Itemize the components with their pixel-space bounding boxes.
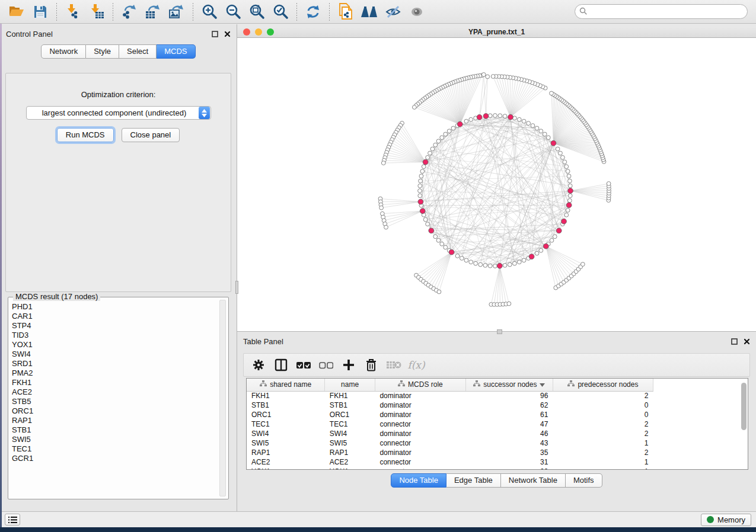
mcds-result-item[interactable]: FKH1: [12, 378, 219, 387]
table-cell[interactable]: connector: [375, 419, 465, 429]
graph-node[interactable]: [498, 114, 502, 118]
open-folder-icon[interactable]: [5, 2, 28, 22]
export-table-icon[interactable]: [141, 2, 165, 22]
tab-network-table[interactable]: Network Table: [501, 473, 566, 488]
close-panel-icon[interactable]: [744, 338, 750, 345]
graph-node[interactable]: [479, 262, 483, 267]
node-table[interactable]: shared namenameMCDS rolesuccessor nodesp…: [246, 378, 748, 470]
mcds-result-item[interactable]: TID3: [12, 331, 219, 340]
table-row[interactable]: STB1STB1dominator620: [247, 400, 653, 410]
graph-node[interactable]: [543, 132, 547, 136]
mcds-result-item[interactable]: SWI4: [12, 350, 219, 359]
search-input[interactable]: [575, 4, 748, 19]
table-cell[interactable]: 2: [553, 448, 653, 457]
table-row[interactable]: RAP1RAP1dominator352: [247, 448, 653, 457]
graph-node[interactable]: [503, 114, 507, 118]
graph-node[interactable]: [580, 262, 585, 267]
graph-node[interactable]: [444, 245, 448, 249]
table-cell[interactable]: 0: [553, 410, 653, 419]
graph-node[interactable]: [460, 257, 464, 261]
column-header-name[interactable]: name: [325, 379, 375, 391]
graph-node[interactable]: [539, 129, 543, 133]
float-panel-icon[interactable]: [731, 338, 738, 345]
refresh-icon[interactable]: [301, 2, 325, 22]
delete-table-icon[interactable]: [382, 355, 405, 375]
zoom-out-icon[interactable]: [221, 2, 245, 22]
mcds-hub-node[interactable]: [562, 219, 567, 224]
column-header-successor-nodes[interactable]: successor nodes: [465, 379, 553, 391]
graph-node[interactable]: [381, 161, 385, 165]
table-cell[interactable]: ORC1: [247, 410, 325, 419]
mcds-hub-node[interactable]: [551, 140, 556, 146]
graph-node[interactable]: [493, 264, 497, 268]
graph-node[interactable]: [517, 260, 521, 264]
task-history-button[interactable]: [5, 514, 20, 525]
table-cell[interactable]: dominator: [375, 391, 465, 400]
graph-node[interactable]: [379, 206, 384, 210]
graph-node[interactable]: [559, 151, 563, 155]
graph-node[interactable]: [440, 136, 444, 140]
graph-node[interactable]: [426, 155, 430, 159]
graph-node[interactable]: [568, 194, 572, 198]
graph-node[interactable]: [566, 169, 570, 174]
column-header-shared-name[interactable]: shared name: [247, 379, 325, 391]
vertical-splitter-grip[interactable]: [235, 281, 238, 294]
table-cell[interactable]: 96: [465, 391, 553, 400]
mcds-result-item[interactable]: TEC1: [12, 444, 219, 454]
mcds-hub-node[interactable]: [568, 188, 573, 194]
table-cell[interactable]: 46: [465, 429, 553, 438]
graph-node[interactable]: [412, 105, 416, 110]
graph-node[interactable]: [444, 132, 448, 136]
graph-node[interactable]: [535, 126, 539, 130]
export-network-icon[interactable]: [117, 2, 141, 22]
mcds-hub-node[interactable]: [483, 114, 489, 119]
table-cell[interactable]: 35: [465, 448, 553, 457]
mcds-result-item[interactable]: ACE2: [12, 387, 219, 397]
table-cell[interactable]: connector: [375, 438, 465, 448]
tab-style[interactable]: Style: [86, 44, 119, 59]
mcds-result-item[interactable]: CAR1: [12, 312, 219, 321]
graph-node[interactable]: [507, 302, 511, 306]
save-icon[interactable]: [28, 2, 52, 22]
close-panel-button[interactable]: Close panel: [122, 128, 180, 142]
table-row[interactable]: FKH1FKH1dominator962: [247, 391, 653, 400]
mcds-result-item[interactable]: SWI5: [12, 435, 219, 444]
mcds-hub-node[interactable]: [556, 228, 562, 233]
share-document-icon[interactable]: [334, 2, 358, 22]
mcds-hub-node[interactable]: [508, 114, 513, 120]
table-cell[interactable]: YOX1: [247, 467, 325, 470]
mcds-result-item[interactable]: YOX1: [12, 340, 219, 350]
graph-node[interactable]: [566, 208, 570, 212]
graph-node[interactable]: [422, 165, 426, 169]
graph-node[interactable]: [420, 169, 425, 174]
table-cell[interactable]: connector: [375, 457, 465, 467]
import-table-icon[interactable]: [85, 2, 109, 22]
hide-selected-icon[interactable]: [381, 2, 405, 22]
close-panel-icon[interactable]: [224, 31, 231, 37]
mcds-result-item[interactable]: SRD1: [12, 359, 219, 368]
tab-network[interactable]: Network: [41, 44, 86, 59]
graph-node[interactable]: [433, 235, 438, 239]
table-cell[interactable]: 1: [553, 457, 653, 467]
table-cell[interactable]: dominator: [375, 410, 465, 419]
table-cell[interactable]: SWI4: [247, 429, 325, 438]
zoom-fit-icon[interactable]: [245, 2, 269, 22]
mcds-list-scrollbar[interactable]: [219, 300, 226, 496]
graph-node[interactable]: [535, 251, 539, 255]
tab-motifs[interactable]: Motifs: [566, 473, 602, 488]
mcds-hub-node[interactable]: [477, 114, 482, 120]
mcds-hub-node[interactable]: [449, 249, 454, 255]
graph-node[interactable]: [563, 160, 567, 164]
mcds-hub-node[interactable]: [543, 243, 548, 249]
mcds-hub-node[interactable]: [420, 209, 425, 214]
mcds-result-item[interactable]: STB1: [12, 425, 219, 435]
graph-node[interactable]: [423, 217, 428, 222]
graph-node[interactable]: [539, 248, 543, 252]
show-eye-icon[interactable]: [405, 2, 429, 22]
table-row[interactable]: SWI5SWI5connector431: [247, 438, 653, 448]
column-header-predecessor-nodes[interactable]: predecessor nodes: [553, 379, 653, 391]
mcds-result-item[interactable]: STB5: [12, 397, 219, 406]
table-cell[interactable]: 29: [465, 467, 553, 470]
mcds-hub-node[interactable]: [566, 203, 572, 208]
export-image-icon[interactable]: [165, 2, 189, 22]
